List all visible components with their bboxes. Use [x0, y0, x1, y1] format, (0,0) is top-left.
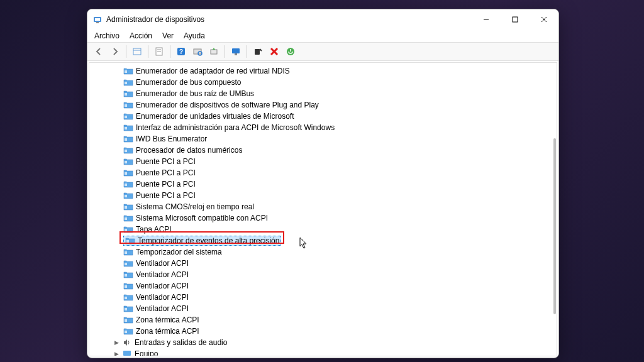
- svg-rect-34: [125, 195, 127, 197]
- device-icon: [123, 78, 133, 87]
- device-icon: [123, 214, 133, 222]
- tree-item[interactable]: Zona térmica ACPI: [89, 326, 557, 337]
- tree-item[interactable]: Enumerador de bus raíz de UMBus: [89, 88, 557, 99]
- tree-item-label: Puente PCI a PCI: [136, 191, 196, 200]
- tree-item[interactable]: Procesador de datos numéricos: [89, 145, 557, 156]
- update-driver-button[interactable]: [206, 44, 221, 59]
- window-title: Administrador de dispositivos: [106, 15, 472, 24]
- tree-category[interactable]: ▶Entradas y salidas de audio: [89, 337, 557, 348]
- scrollbar-thumb[interactable]: [553, 138, 556, 314]
- separator: [247, 45, 247, 58]
- tree-item[interactable]: Puente PCI a PCI: [89, 156, 557, 167]
- tree-item-label: Puente PCI a PCI: [136, 180, 196, 189]
- tree-item-label: Puente PCI a PCI: [136, 168, 196, 177]
- tree-item[interactable]: Enumerador de adaptador de red virtual N…: [89, 65, 557, 77]
- device-manager-window: Administrador de dispositivos Archivo Ac…: [87, 9, 559, 358]
- tree-item-label: Enumerador de adaptador de red virtual N…: [136, 67, 290, 75]
- category-icon: [122, 338, 132, 347]
- app-icon: [92, 14, 103, 25]
- tree-item-label: Interfaz de administración para ACPI de …: [136, 123, 335, 132]
- tree-item-label: Ventilador ACPI: [136, 293, 189, 302]
- svg-rect-28: [125, 127, 127, 129]
- chevron-right-icon[interactable]: ▶: [112, 338, 121, 347]
- svg-rect-17: [232, 48, 240, 53]
- separator: [170, 45, 170, 58]
- maximize-button[interactable]: [501, 9, 530, 30]
- tree-item[interactable]: Tapa ACPI: [89, 224, 557, 235]
- svg-rect-25: [125, 93, 127, 96]
- menu-accion[interactable]: Acción: [125, 30, 157, 41]
- tree-item[interactable]: Ventilador ACPI: [89, 258, 557, 269]
- tree-item[interactable]: Ventilador ACPI: [89, 280, 557, 292]
- svg-rect-1: [95, 18, 100, 21]
- svg-rect-19: [255, 49, 260, 55]
- device-icon: [123, 304, 133, 313]
- menu-ver[interactable]: Ver: [158, 30, 178, 41]
- tree-item[interactable]: Sistema Microsoft compatible con ACPI: [89, 212, 557, 224]
- svg-rect-31: [125, 161, 127, 163]
- svg-rect-45: [125, 319, 127, 322]
- svg-rect-7: [133, 48, 141, 55]
- svg-rect-37: [125, 229, 127, 231]
- tree-item-label: Procesador de datos numéricos: [136, 146, 242, 155]
- show-hide-tree-button[interactable]: [130, 44, 145, 59]
- device-icon: [123, 67, 133, 75]
- tree-item-label: Ventilador ACPI: [136, 304, 189, 313]
- svg-rect-16: [211, 50, 217, 54]
- tree-item[interactable]: Enumerador de bus compuesto: [89, 77, 557, 88]
- tree-item-label: Puente PCI a PCI: [136, 157, 196, 166]
- tree-item-label: Zona térmica ACPI: [136, 327, 199, 336]
- uninstall-button[interactable]: [267, 44, 282, 59]
- minimize-button[interactable]: [472, 9, 501, 30]
- tree-item[interactable]: Ventilador ACPI: [89, 303, 557, 314]
- tree-item[interactable]: Puente PCI a PCI: [89, 190, 557, 201]
- tree-item[interactable]: Ventilador ACPI: [89, 269, 557, 280]
- forward-button[interactable]: [108, 44, 123, 59]
- close-button[interactable]: [530, 9, 558, 30]
- device-icon: [123, 157, 133, 166]
- tree-item[interactable]: Sistema CMOS/reloj en tiempo real: [89, 201, 557, 212]
- properties-button[interactable]: [152, 44, 167, 59]
- separator: [148, 45, 148, 58]
- menu-archivo[interactable]: Archivo: [90, 30, 124, 41]
- tree-item[interactable]: IWD Bus Enumerator: [89, 133, 557, 145]
- scrollbar[interactable]: [553, 63, 556, 356]
- tree-item[interactable]: Ventilador ACPI: [89, 292, 557, 303]
- titlebar[interactable]: Administrador de dispositivos: [87, 9, 558, 30]
- menu-ayuda[interactable]: Ayuda: [179, 30, 209, 41]
- scan-button[interactable]: [190, 44, 205, 59]
- disable-button[interactable]: [250, 44, 265, 59]
- tree-item[interactable]: Temporizador del sistema: [89, 246, 557, 258]
- device-icon: [123, 146, 133, 155]
- separator: [126, 45, 126, 58]
- tree-item[interactable]: Zona térmica ACPI: [89, 314, 557, 326]
- svg-rect-29: [125, 138, 127, 141]
- tree-item-label: Enumerador de bus compuesto: [136, 78, 241, 87]
- svg-rect-47: [123, 351, 131, 356]
- tree-item-label: Temporizador de eventos de alta precisió…: [138, 236, 279, 245]
- device-icon: [123, 248, 133, 256]
- svg-rect-4: [513, 17, 518, 22]
- help-button[interactable]: ?: [174, 44, 189, 59]
- tree-item[interactable]: Interfaz de administración para ACPI de …: [89, 122, 557, 133]
- tree-item[interactable]: Puente PCI a PCI: [89, 167, 557, 178]
- device-icon: [123, 259, 133, 268]
- chevron-right-icon[interactable]: ▶: [112, 349, 121, 356]
- tree-item[interactable]: Temporizador de eventos de alta precisió…: [89, 235, 557, 246]
- device-icon: [123, 315, 133, 324]
- tree-item[interactable]: Enumerador de dispositivos de software P…: [89, 99, 557, 111]
- separator: [225, 45, 225, 58]
- tree-category[interactable]: ▶Equipo: [89, 348, 557, 356]
- enable-button[interactable]: [283, 44, 298, 59]
- tree-item-label: IWD Bus Enumerator: [136, 134, 207, 143]
- tree-item-label: Enumerador de dispositivos de software P…: [136, 101, 319, 109]
- device-tree[interactable]: Enumerador de adaptador de red virtual N…: [89, 63, 557, 356]
- monitor-button[interactable]: [228, 44, 243, 59]
- svg-rect-27: [125, 116, 127, 118]
- back-button[interactable]: [91, 44, 106, 59]
- tree-item[interactable]: Enumerador de unidades virtuales de Micr…: [89, 111, 557, 122]
- svg-rect-33: [125, 184, 127, 186]
- tree-item[interactable]: Puente PCI a PCI: [89, 178, 557, 190]
- svg-rect-41: [125, 274, 127, 277]
- tree-item-label: Ventilador ACPI: [136, 270, 189, 279]
